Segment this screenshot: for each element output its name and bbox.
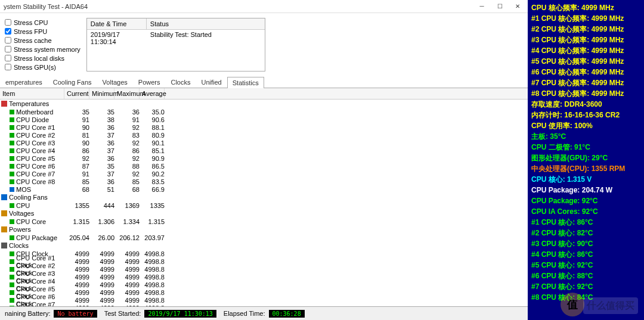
val-minimum: 4999	[89, 250, 114, 257]
group-powers[interactable]: Powers	[0, 225, 528, 234]
overlay-line: #3 CPU 核心频率: 4999 MHz	[531, 35, 640, 45]
val-maximum: 4999	[114, 297, 140, 304]
stress-label: Stress system memory	[14, 46, 80, 53]
data-row[interactable]: CPU135544413691335	[0, 201, 528, 209]
overlay-line: #5 CPU 核心频率: 4999 MHz	[531, 56, 640, 67]
val-minimum: 4999	[89, 266, 114, 273]
val-average: 4998.8	[140, 266, 165, 273]
stress-option-0[interactable]: Stress CPU	[5, 18, 80, 27]
group-voltages[interactable]: Voltages	[0, 209, 528, 218]
val-minimum: 4999	[89, 274, 114, 281]
maximize-button[interactable]: ☐	[491, 1, 509, 13]
tab-cooling-fans[interactable]: Cooling Fans	[48, 76, 97, 88]
item-label: CPU Core #5	[16, 155, 55, 162]
val-current: 90	[64, 139, 89, 147]
data-row[interactable]: CPU Diode91389190.6	[0, 116, 528, 123]
val-current: 92	[64, 155, 89, 162]
val-average: 90.6	[140, 116, 165, 123]
stress-checkbox[interactable]	[5, 37, 11, 44]
val-minimum: 37	[89, 147, 114, 154]
group-clocks[interactable]: Clocks	[0, 241, 528, 250]
overlay-line: #4 CPU 核心: 86°C	[531, 249, 640, 260]
data-row[interactable]: CPU Core #791379290.2	[0, 170, 528, 178]
val-average: 4998.8	[140, 289, 165, 296]
val-minimum: 37	[89, 170, 114, 178]
val-current: 4999	[64, 289, 89, 296]
val-minimum: 38	[89, 116, 114, 123]
item-label: CPU	[16, 202, 30, 209]
stress-checkbox[interactable]	[5, 19, 11, 26]
group-cooling-fans[interactable]: Cooling Fans	[0, 193, 528, 201]
data-row[interactable]: MOS68516866.9	[0, 185, 528, 193]
top-panel: Stress CPUStress FPUStress cacheStress s…	[0, 13, 528, 76]
val-average: 1335	[140, 202, 165, 209]
stress-option-1[interactable]: Stress FPU	[5, 27, 80, 36]
tab-voltages[interactable]: Voltages	[97, 76, 133, 88]
overlay-line: 存取速度: DDR4-3600	[531, 99, 640, 110]
val-current: 4999	[64, 281, 89, 288]
val-maximum: 206.12	[114, 234, 140, 241]
data-row[interactable]: CPU Core #1 Clock4999499949994998.8	[0, 257, 528, 265]
val-average: 203.97	[140, 234, 165, 241]
data-row[interactable]: CPU Core #6 Clock4999499949994998.8	[0, 296, 528, 304]
data-row[interactable]: CPU Core #190369288.1	[0, 123, 528, 131]
data-row[interactable]: CPU Core #885368583.5	[0, 178, 528, 185]
data-row[interactable]: Motherboard35353635.0	[0, 108, 528, 116]
stress-option-5[interactable]: Stress GPU(s)	[5, 63, 80, 72]
group-label: Clocks	[9, 242, 29, 249]
data-row[interactable]: CPU Core #390369290.1	[0, 139, 528, 147]
group-temperatures[interactable]: Temperatures	[0, 100, 528, 108]
data-row[interactable]: CPU Core #2 Clock4999499949994998.8	[0, 265, 528, 273]
group-icon	[1, 210, 7, 216]
log-status: Stability Test: Started	[147, 30, 265, 46]
data-row[interactable]: CPU Package205.0426.00206.12203.97	[0, 234, 528, 241]
val-average: 35.0	[140, 108, 165, 116]
data-row[interactable]: CPU Core #4 Clock4999499949994998.8	[0, 281, 528, 288]
data-row[interactable]: CPU Core #3 Clock4999499949994998.8	[0, 273, 528, 281]
group-label: Powers	[9, 226, 31, 233]
data-row[interactable]: CPU Core #281378380.9	[0, 131, 528, 139]
overlay-line: CPU 核心: 1.315 V	[531, 174, 640, 185]
close-button[interactable]: ✕	[509, 1, 527, 13]
data-row[interactable]: CPU Core #5 Clock4999499949994998.8	[0, 288, 528, 296]
tab-statistics[interactable]: Statistics	[227, 77, 264, 88]
val-maximum: 4999	[114, 281, 140, 288]
item-icon	[10, 133, 14, 138]
data-row[interactable]: CPU Clock4999499949994998.8	[0, 250, 528, 257]
overlay-line: CPU IA Cores: 92°C	[531, 206, 640, 217]
tab-emperatures[interactable]: emperatures	[0, 76, 48, 88]
main-window: ystem Stability Test - AIDA64 ─ ☐ ✕ Stre…	[0, 0, 528, 320]
data-row[interactable]: CPU Core1.3151.3061.3341.315	[0, 218, 528, 225]
val-maximum: 4999	[114, 258, 140, 265]
item-label: CPU Core #2	[16, 132, 55, 139]
stress-label: Stress GPU(s)	[14, 64, 56, 71]
col-average: Average	[140, 88, 165, 99]
stress-option-2[interactable]: Stress cache	[5, 36, 80, 45]
val-minimum: 36	[89, 124, 114, 131]
stress-option-4[interactable]: Stress local disks	[5, 54, 80, 63]
val-current: 1.315	[64, 218, 89, 225]
stress-checkbox[interactable]	[5, 46, 11, 52]
stress-option-3[interactable]: Stress system memory	[5, 45, 80, 54]
group-icon	[1, 101, 7, 107]
tab-powers[interactable]: Powers	[133, 76, 166, 88]
val-maximum: 91	[114, 116, 140, 123]
item-icon	[10, 235, 14, 240]
data-row[interactable]: CPU Core #687358886.5	[0, 162, 528, 170]
stress-checkbox[interactable]	[5, 64, 11, 70]
item-icon	[10, 172, 14, 176]
val-minimum: 36	[89, 178, 114, 185]
tab-unified[interactable]: Unified	[196, 76, 227, 88]
stats-area[interactable]: Item Current Minimum Maximum Average Tem…	[0, 88, 528, 307]
stress-label: Stress cache	[14, 37, 52, 44]
stress-checkbox[interactable]	[5, 55, 11, 61]
val-maximum: 88	[114, 163, 140, 170]
tab-clocks[interactable]: Clocks	[165, 76, 196, 88]
val-current: 91	[64, 170, 89, 178]
data-row[interactable]: CPU Core #486378685.1	[0, 147, 528, 154]
val-current: 4999	[64, 250, 89, 257]
data-row[interactable]: CPU Core #592369290.9	[0, 154, 528, 162]
val-average: 83.5	[140, 178, 165, 185]
stress-checkbox[interactable]	[5, 28, 11, 35]
minimize-button[interactable]: ─	[473, 1, 491, 13]
